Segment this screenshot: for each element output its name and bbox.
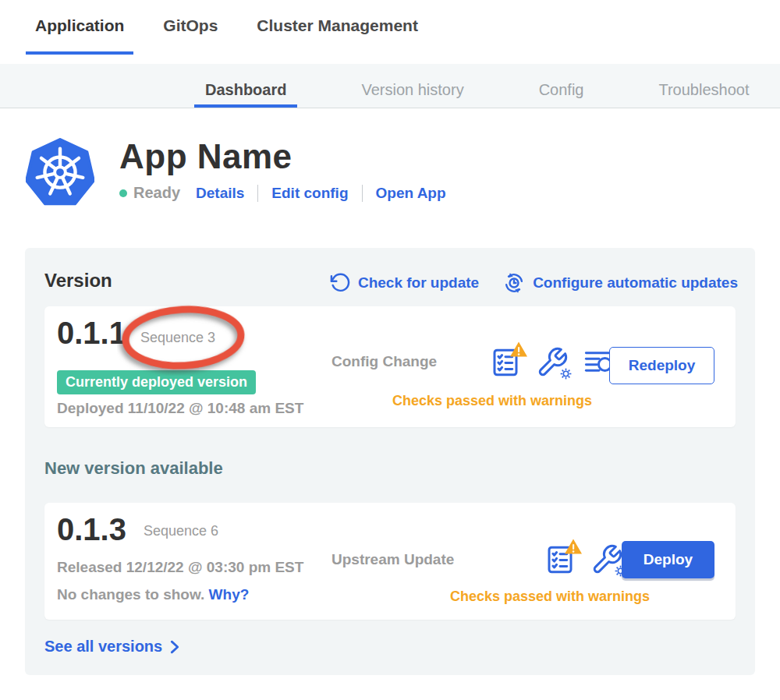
check-for-update-link[interactable]: Check for update <box>329 272 479 294</box>
preflight-checks-icon[interactable] <box>544 540 580 576</box>
current-version-card: 0.1.1 Sequence 3 Currently deployed vers… <box>44 306 736 427</box>
version-panel: Version Check for update Configure autom… <box>25 248 755 675</box>
available-version-sequence: Sequence 6 <box>144 523 218 539</box>
preflight-checks-icon[interactable] <box>489 343 525 379</box>
current-version-sequence: Sequence 3 <box>140 330 215 346</box>
available-version-card: 0.1.3 Sequence 6 Released 12/12/22 @ 03:… <box>44 503 736 620</box>
tab-troubleshoot[interactable]: Troubleshoot <box>647 64 760 108</box>
redeploy-button[interactable]: Redeploy <box>609 347 714 384</box>
currently-deployed-badge: Currently deployed version <box>57 370 256 394</box>
divider <box>362 185 363 202</box>
tab-gitops[interactable]: GitOps <box>154 0 227 55</box>
configure-automatic-updates-link[interactable]: Configure automatic updates <box>502 271 738 295</box>
refresh-icon <box>329 272 351 294</box>
version-panel-title: Version <box>44 270 112 292</box>
no-changes-text: No changes to show. Why? <box>57 586 249 603</box>
chevron-right-icon <box>168 639 181 655</box>
ready-status-dot-icon <box>119 189 127 197</box>
deploy-button[interactable]: Deploy <box>622 541 714 578</box>
version-source-label: Upstream Update <box>332 551 454 568</box>
version-source-label: Config Change <box>332 353 437 370</box>
check-for-update-label: Check for update <box>358 274 479 292</box>
sub-nav: Dashboard Version history Config Trouble… <box>0 64 780 108</box>
app-nav: Application GitOps Cluster Management <box>0 0 780 55</box>
why-link[interactable]: Why? <box>209 586 250 603</box>
tab-cluster-management[interactable]: Cluster Management <box>247 0 427 55</box>
kubernetes-logo-icon <box>26 137 94 209</box>
available-version-number: 0.1.3 <box>57 512 126 547</box>
current-version-number: 0.1.1 <box>57 316 126 351</box>
tab-version-history[interactable]: Version history <box>350 64 474 108</box>
tab-application[interactable]: Application <box>26 0 133 55</box>
open-app-link[interactable]: Open App <box>376 185 446 202</box>
app-status: Ready <box>133 184 180 202</box>
released-timestamp: Released 12/12/22 @ 03:30 pm EST <box>57 559 303 576</box>
checks-status-available: Checks passed with warnings <box>450 589 650 605</box>
divider <box>257 185 258 202</box>
see-all-versions-label: See all versions <box>44 638 162 656</box>
deployed-timestamp: Deployed 11/10/22 @ 10:48 am EST <box>57 400 303 417</box>
see-all-versions-link[interactable]: See all versions <box>44 638 181 656</box>
app-title: App Name <box>119 137 446 176</box>
gear-icon <box>559 367 573 380</box>
auto-update-clock-icon <box>502 271 526 295</box>
app-header: App Name Ready Details Edit config Open … <box>26 137 446 209</box>
checks-status-current: Checks passed with warnings <box>392 393 592 409</box>
config-wrench-icon[interactable] <box>536 343 572 379</box>
edit-config-link[interactable]: Edit config <box>271 185 348 202</box>
tab-config[interactable]: Config <box>528 64 595 108</box>
warning-triangle-icon <box>509 341 528 358</box>
configure-automatic-updates-label: Configure automatic updates <box>533 274 738 292</box>
no-changes-label: No changes to show. <box>57 586 204 603</box>
warning-triangle-icon <box>564 538 583 555</box>
new-version-heading: New version available <box>44 458 223 479</box>
details-link[interactable]: Details <box>196 185 244 202</box>
tab-dashboard[interactable]: Dashboard <box>194 64 297 108</box>
